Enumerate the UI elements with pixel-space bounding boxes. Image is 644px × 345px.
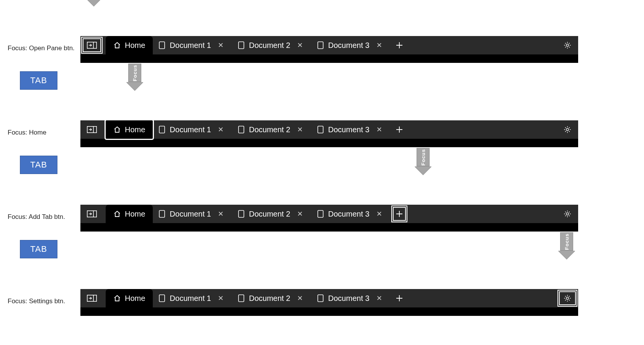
- focus-arrow: Focus: [559, 232, 574, 259]
- focus-arrow-head: [415, 166, 432, 175]
- close-icon: ✕: [376, 125, 382, 134]
- svg-rect-3: [239, 42, 244, 49]
- focus-arrow: Focus: [86, 0, 101, 6]
- open-pane-icon: [87, 295, 97, 302]
- close-tab-button[interactable]: ✕: [295, 125, 305, 134]
- focus-arrow-label: Focus: [560, 232, 573, 251]
- tab-document-2[interactable]: Document 2 ✕: [232, 120, 311, 139]
- tab-home-label: Home: [125, 294, 145, 303]
- home-icon: [113, 41, 121, 49]
- tab-label: Document 2: [249, 210, 290, 219]
- settings-button[interactable]: [557, 36, 578, 54]
- gear-icon: [563, 210, 572, 218]
- tab-document-3[interactable]: Document 3 ✕: [311, 120, 391, 139]
- home-icon: [113, 294, 121, 302]
- open-pane-button[interactable]: [80, 120, 103, 139]
- tab-document-1[interactable]: Document 1 ✕: [153, 289, 232, 307]
- add-tab-button[interactable]: [391, 120, 408, 139]
- tab-home[interactable]: Home: [106, 289, 153, 307]
- close-tab-button[interactable]: ✕: [374, 210, 384, 218]
- svg-point-11: [566, 128, 569, 131]
- close-tab-button[interactable]: ✕: [374, 294, 384, 302]
- open-pane-button[interactable]: [80, 205, 103, 223]
- settings-button[interactable]: [557, 205, 578, 223]
- focus-arrow: Focus: [415, 148, 431, 175]
- state-stage: Focus Home Document 1 ✕ Docum: [80, 261, 636, 316]
- add-icon: [395, 210, 404, 218]
- tab-key-row: TAB: [8, 240, 636, 258]
- tab-home[interactable]: Home: [106, 120, 153, 139]
- state-caption: Focus: Open Pane btn.: [8, 44, 80, 63]
- tab-document-2[interactable]: Document 2 ✕: [232, 289, 311, 307]
- svg-point-17: [566, 213, 569, 215]
- tab-home-label: Home: [125, 210, 145, 219]
- close-icon: ✕: [297, 41, 303, 49]
- tab-document-3[interactable]: Document 3 ✕: [311, 205, 391, 223]
- svg-rect-15: [239, 210, 244, 217]
- focus-arrow-head: [126, 82, 143, 90]
- tab-strip: Home Document 1 ✕ Document 2: [80, 36, 578, 54]
- tab-home[interactable]: Home: [106, 36, 153, 54]
- add-tab-button[interactable]: [391, 289, 408, 307]
- state-caption: Focus: Home: [8, 129, 80, 147]
- tab-document-2[interactable]: Document 2 ✕: [232, 36, 311, 54]
- close-tab-button[interactable]: ✕: [374, 125, 384, 134]
- tab-key-badge: TAB: [20, 156, 57, 174]
- close-tab-button[interactable]: ✕: [216, 294, 226, 302]
- close-tab-button[interactable]: ✕: [216, 41, 226, 49]
- open-pane-icon: [87, 210, 97, 217]
- tab-strip: Home Document 1 ✕ Document 2 ✕ Document …: [80, 205, 578, 223]
- add-tab-button[interactable]: [391, 205, 408, 223]
- close-tab-button[interactable]: ✕: [374, 41, 384, 49]
- tab-document-1[interactable]: Document 1 ✕: [153, 120, 232, 139]
- close-tab-button[interactable]: ✕: [216, 125, 226, 134]
- state-row-2: Focus: Home Focus Home: [8, 92, 636, 147]
- tab-label: Document 3: [328, 41, 369, 50]
- tab-document-3[interactable]: Document 3 ✕: [311, 36, 391, 54]
- tab-document-3[interactable]: Document 3 ✕: [311, 289, 391, 307]
- svg-point-5: [566, 44, 569, 46]
- tab-document-1[interactable]: Document 1 ✕: [153, 205, 232, 223]
- gear-icon: [563, 125, 572, 134]
- close-tab-button[interactable]: ✕: [295, 210, 305, 218]
- close-icon: ✕: [376, 294, 382, 302]
- svg-rect-2: [159, 42, 165, 49]
- close-tab-button[interactable]: ✕: [216, 210, 226, 218]
- svg-rect-16: [318, 210, 323, 217]
- settings-button[interactable]: [557, 120, 578, 139]
- tab-document-1[interactable]: Document 1 ✕: [153, 36, 232, 54]
- tab-bar: Home Document 1 ✕ Document 2: [80, 36, 578, 63]
- add-tab-button[interactable]: [391, 36, 408, 54]
- open-pane-button[interactable]: [80, 36, 103, 54]
- close-tab-button[interactable]: ✕: [295, 41, 305, 49]
- document-icon: [238, 126, 244, 133]
- document-icon: [159, 210, 165, 218]
- svg-rect-10: [318, 126, 323, 133]
- close-tab-button[interactable]: ✕: [295, 294, 305, 302]
- settings-button[interactable]: [557, 289, 578, 307]
- tab-document-2[interactable]: Document 2 ✕: [232, 205, 311, 223]
- open-pane-button[interactable]: [80, 289, 103, 307]
- focus-arrow-head: [558, 251, 575, 259]
- tab-label: Document 2: [249, 125, 290, 134]
- close-icon: ✕: [218, 125, 224, 134]
- tab-home-label: Home: [125, 125, 145, 134]
- open-pane-icon: [87, 42, 97, 49]
- tab-home[interactable]: Home: [106, 205, 153, 223]
- state-caption: Focus: Add Tab btn.: [8, 213, 80, 232]
- tab-label: Document 1: [170, 294, 211, 303]
- tab-label: Document 2: [249, 41, 290, 50]
- svg-rect-22: [318, 295, 323, 302]
- document-icon: [238, 294, 244, 302]
- gear-icon: [563, 294, 572, 302]
- tab-key-badge: TAB: [20, 71, 57, 90]
- tab-label: Document 1: [170, 210, 211, 219]
- svg-point-23: [566, 297, 569, 299]
- gear-icon: [563, 41, 572, 49]
- close-icon: ✕: [376, 210, 382, 218]
- add-icon: [395, 41, 404, 49]
- document-icon: [159, 126, 165, 133]
- state-row-1: Focus: Open Pane btn. Focus Home: [8, 8, 636, 63]
- tab-bar: Home Document 1 ✕ Document 2 ✕ Document …: [80, 289, 578, 316]
- add-icon: [395, 125, 404, 134]
